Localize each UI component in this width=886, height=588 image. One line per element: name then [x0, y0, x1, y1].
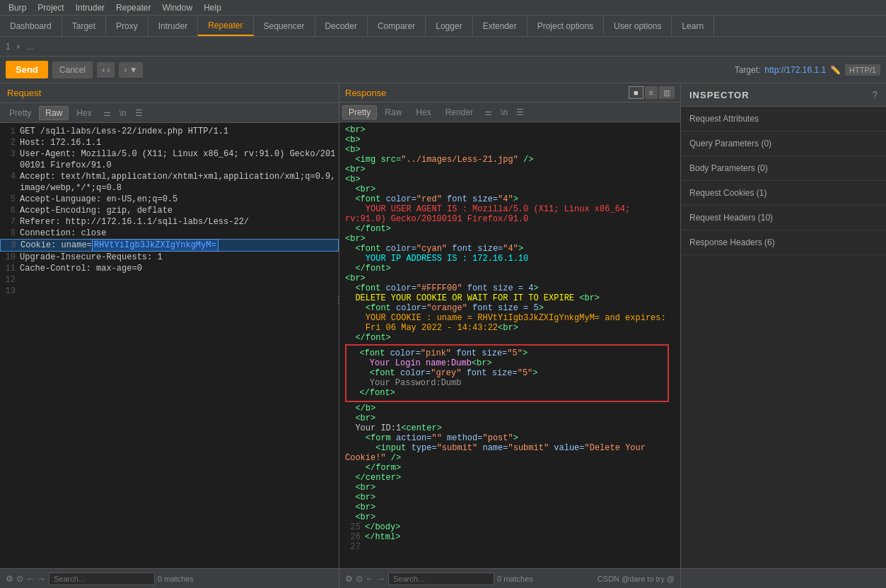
menu-intruder[interactable]: Intruder	[70, 1, 110, 14]
resp-tab-pretty[interactable]: Pretty	[342, 105, 377, 119]
cancel-button[interactable]: Cancel	[52, 61, 93, 78]
inspector-title: INSPECTOR	[689, 90, 750, 100]
resp-format-icon[interactable]: ⚌	[481, 106, 496, 119]
request-tabs: Pretty Raw Hex ⚌ \n ☰	[0, 103, 339, 123]
req-forward-icon[interactable]: →	[37, 574, 46, 584]
resp-line: Fri 06 May 2022 - 14:43:22<br>	[345, 323, 675, 333]
resp-line: <br>	[345, 483, 675, 493]
resp-line: </font>	[345, 264, 675, 274]
resp-line: <font color="grey" font size="5">	[349, 368, 665, 378]
tab-logger[interactable]: Logger	[426, 16, 472, 36]
tab-sequencer[interactable]: Sequencer	[254, 16, 315, 36]
tab-raw[interactable]: Raw	[39, 106, 69, 120]
inspector-request-attributes[interactable]: Request Attributes	[681, 107, 886, 131]
target-url[interactable]: http://172.16.1.1	[764, 65, 826, 75]
request-line: 5Accept-Language: en-US,en;q=0.5	[0, 194, 339, 205]
menu-burp[interactable]: Burp	[3, 1, 32, 14]
request-bottom-bar: ⚙ ⊙ ← → 0 matches	[0, 569, 339, 588]
back-button[interactable]: ‹ ›	[97, 62, 115, 78]
resp-line: </font>	[349, 388, 665, 398]
response-header-row: Response ■ ≡ ▥	[339, 83, 680, 102]
resp-back-icon[interactable]: ←	[366, 574, 374, 584]
wrap-icon[interactable]: \n	[116, 107, 130, 119]
forward-button[interactable]: › ▼	[119, 62, 142, 78]
response-header: Response	[345, 88, 387, 98]
resp-tab-raw[interactable]: Raw	[378, 105, 408, 119]
response-code-area[interactable]: <br> <b> <b> <img src="../images/Less-21…	[339, 122, 680, 568]
tab-close-icon[interactable]: ×	[16, 42, 21, 51]
resp-line: <font color="cyan" font size="4">	[345, 244, 675, 254]
resp-target-icon[interactable]: ⊙	[356, 574, 363, 584]
request-line: 8Connection: close	[0, 228, 339, 239]
tab-extender[interactable]: Extender	[473, 16, 527, 36]
resp-line-numbered: 27	[345, 542, 675, 552]
inspector-request-cookies[interactable]: Request Cookies (1)	[681, 181, 886, 206]
format-icon[interactable]: ⚌	[100, 107, 115, 119]
send-button[interactable]: Send	[6, 61, 48, 78]
tab-comparer[interactable]: Comparer	[368, 16, 426, 36]
resp-line: <b>	[345, 145, 675, 155]
drag-handle[interactable]: ⋮	[334, 294, 344, 305]
tab-user-options[interactable]: User options	[604, 16, 672, 36]
view-btn-list[interactable]: ≡	[645, 86, 658, 99]
menu-repeater[interactable]: Repeater	[110, 1, 156, 14]
resp-line: Your Password:Dumb	[349, 378, 665, 388]
resp-tab-render[interactable]: Render	[439, 105, 479, 119]
tab-target[interactable]: Target	[62, 16, 106, 36]
request-line: 3User-Agent: Mozilla/5.0 (X11; Linux x86…	[0, 148, 339, 171]
request-line: 12	[0, 274, 339, 286]
response-search-input[interactable]	[388, 572, 494, 585]
resp-menu-icon[interactable]: ☰	[513, 106, 527, 119]
tab-intruder[interactable]: Intruder	[148, 16, 198, 36]
tab-number: 1	[3, 42, 13, 52]
req-back-icon[interactable]: ←	[26, 574, 35, 584]
request-line: 4Accept: text/html,application/xhtml+xml…	[0, 171, 339, 194]
resp-line: <font color="red" font size="4">	[345, 194, 675, 204]
tab-repeater[interactable]: Repeater	[198, 16, 253, 36]
toolbar: Send Cancel ‹ › › ▼ Target: http://172.1…	[0, 57, 886, 83]
inspector-query-params[interactable]: Query Parameters (0)	[681, 131, 886, 156]
request-line: 1GET /sqli-labs/Less-22/index.php HTTP/1…	[0, 126, 339, 137]
tab-hex[interactable]: Hex	[70, 106, 98, 120]
tab-project-options[interactable]: Project options	[527, 16, 604, 36]
menu-window[interactable]: Window	[156, 1, 198, 14]
menu-help[interactable]: Help	[198, 1, 227, 14]
main-tab-bar: Dashboard Target Proxy Intruder Repeater…	[0, 16, 886, 37]
resp-forward-icon[interactable]: →	[377, 574, 385, 584]
menu-icon[interactable]: ☰	[132, 107, 146, 119]
view-btn-grid[interactable]: ▥	[659, 86, 675, 99]
inspector-panel: INSPECTOR ? Request Attributes Query Par…	[681, 83, 886, 568]
resp-wrap-icon[interactable]: \n	[497, 106, 511, 119]
request-line: 7Referer: http://172.16.1.1/sqli-labs/Le…	[0, 216, 339, 228]
tab-decoder[interactable]: Decoder	[315, 16, 368, 36]
resp-tab-hex[interactable]: Hex	[409, 105, 437, 119]
main-content: Request Pretty Raw Hex ⚌ \n ☰ 1GET /sqli…	[0, 83, 886, 568]
inspector-request-headers[interactable]: Request Headers (10)	[681, 206, 886, 230]
tab-dashboard[interactable]: Dashboard	[0, 16, 62, 36]
response-matches: 0 matches	[497, 575, 533, 583]
tab-proxy[interactable]: Proxy	[106, 16, 148, 36]
view-btn-split[interactable]: ■	[629, 86, 643, 99]
request-code-area[interactable]: 1GET /sqli-labs/Less-22/index.php HTTP/1…	[0, 123, 339, 568]
request-search-input[interactable]	[49, 572, 155, 585]
req-target-icon[interactable]: ⊙	[16, 574, 23, 584]
tab-pretty[interactable]: Pretty	[3, 106, 37, 120]
edit-icon[interactable]: ✏️	[830, 65, 841, 75]
inspector-response-headers[interactable]: Response Headers (6)	[681, 230, 886, 255]
inspector-help-icon[interactable]: ?	[872, 89, 878, 100]
response-tabs: Pretty Raw Hex Render ⚌ \n ☰	[339, 102, 680, 122]
menu-bar: Burp Project Intruder Repeater Window He…	[0, 0, 886, 16]
resp-line: <font color="orange" font size = 5>	[345, 303, 675, 313]
resp-line: <form action="" method="post">	[345, 433, 675, 443]
request-line: 11Cache-Control: max-age=0	[0, 263, 339, 274]
request-cookie-line[interactable]: 9 Cookie: uname=RHVtYiIgb3JkZXIgYnkgMyM=	[0, 239, 339, 252]
tab-more[interactable]: ...	[23, 42, 36, 52]
req-settings-icon[interactable]: ⚙	[6, 574, 13, 584]
inspector-body-params[interactable]: Body Parameters (0)	[681, 156, 886, 181]
tab-learn[interactable]: Learn	[672, 16, 714, 36]
resp-settings-icon[interactable]: ⚙	[345, 574, 353, 584]
menu-project[interactable]: Project	[32, 1, 69, 14]
sub-tab-bar: 1 × ...	[0, 37, 886, 57]
request-line: 13	[0, 286, 339, 297]
resp-line: YOUR COOKIE : uname = RHVtYiIgb3JkZXIgYn…	[345, 313, 675, 323]
